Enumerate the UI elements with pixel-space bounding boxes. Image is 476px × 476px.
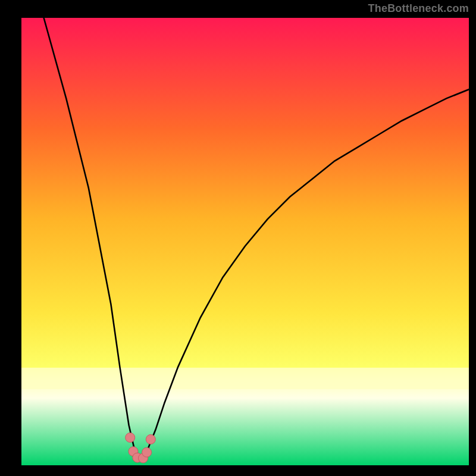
chart-svg	[21, 18, 469, 465]
chart-frame: TheBottleneck.com	[0, 0, 476, 476]
pale-band	[21, 368, 469, 389]
watermark-text: TheBottleneck.com	[368, 2, 469, 15]
gradient-background	[21, 18, 469, 465]
curve-marker	[146, 434, 155, 444]
plot-area	[21, 18, 469, 465]
curve-marker	[142, 447, 152, 457]
curve-marker	[126, 433, 135, 442]
